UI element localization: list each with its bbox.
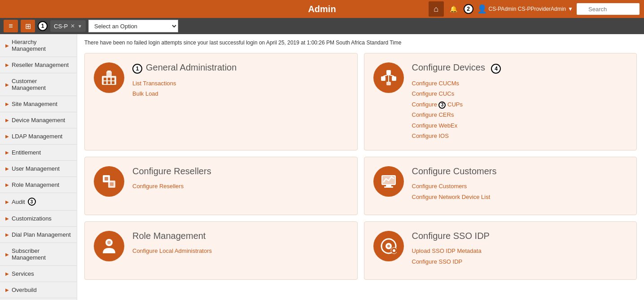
search-input[interactable] <box>577 3 640 15</box>
card-link-configure-webex[interactable]: Configure WebEx <box>412 120 501 131</box>
card-content-general-admin: 1General AdministrationList Transactions… <box>132 62 237 99</box>
sidebar-arrow-icon: ▶ <box>5 150 9 155</box>
svg-rect-2 <box>108 78 110 80</box>
sidebar-item-label: User Management <box>12 165 60 172</box>
user-area: 👤 CS-PAdmin CS-PProviderAdmin ▼ <box>477 4 573 14</box>
sidebar-item-hierarchy-management[interactable]: ▶Hierarchy Management <box>0 34 77 57</box>
sidebar-arrow-icon: ▶ <box>5 287 9 292</box>
sidebar-item-label: LDAP Management <box>12 133 62 140</box>
card-link-configure-cers[interactable]: Configure CERs <box>412 110 501 120</box>
sidebar-arrow-icon: ▶ <box>5 216 9 221</box>
sidebar-item-label: Reseller Management <box>12 62 69 68</box>
sidebar-item-label: Customer Management <box>12 78 71 91</box>
circled-2: 2 <box>464 4 473 14</box>
circled-1-card: 1 <box>132 64 142 74</box>
card-content-configure-resellers: Configure ResellersConfigure Resellers <box>132 166 211 191</box>
svg-rect-3 <box>112 78 114 80</box>
main-layout: ▶Hierarchy Management▶Reseller Managemen… <box>0 34 644 300</box>
card-icon-general-admin <box>94 62 124 93</box>
sidebar-arrow-icon: ▶ <box>5 82 9 87</box>
sidebar-arrow-icon: ▶ <box>5 166 9 171</box>
sidebar-item-label: Customizations <box>12 215 52 222</box>
card-general-admin: 1General AdministrationList Transactions… <box>84 53 358 150</box>
card-link-configure-customers[interactable]: Configure Customers <box>412 181 497 191</box>
sidebar-item-label: Device Management <box>12 117 65 124</box>
card-link-configure-cucs[interactable]: Configure CUCs <box>412 88 501 99</box>
card-title: Configure Resellers <box>132 166 211 176</box>
card-title: Configure Devices 4 <box>412 62 501 74</box>
card-configure-devices: Configure Devices 4Configure CUCMsConfig… <box>364 53 637 150</box>
sidebar-item-customizations[interactable]: ▶Customizations <box>0 211 77 227</box>
sidebar-item-subscriber-management[interactable]: ▶Subscriber Management <box>0 243 77 266</box>
card-icon-role-management <box>94 231 124 261</box>
tag-label: CS-P <box>54 23 68 30</box>
card-title: Configure Customers <box>412 166 497 176</box>
card-link-list-transactions[interactable]: List Transactions <box>132 78 237 88</box>
list-view-button[interactable]: ≡ <box>4 20 18 32</box>
circled-4: 4 <box>491 64 501 74</box>
sidebar-arrow-icon: ▶ <box>5 271 9 276</box>
sidebar-item-device-management[interactable]: ▶Device Management <box>0 112 77 128</box>
sidebar-item-label: Entitlement <box>12 149 41 156</box>
svg-rect-19 <box>110 182 114 186</box>
sidebar-item-label: Hierarchy Management <box>12 39 71 52</box>
tag-close-button[interactable]: ✕ <box>70 23 75 29</box>
card-icon-configure-devices <box>373 62 404 93</box>
user-dropdown-arrow[interactable]: ▼ <box>568 6 573 12</box>
sidebar-item-customer-management[interactable]: ▶Customer Management <box>0 73 77 96</box>
sidebar-item-user-management[interactable]: ▶User Management <box>0 161 77 177</box>
sidebar-item-overbuild[interactable]: ▶Overbuild <box>0 282 77 298</box>
sidebar-item-entitlement[interactable]: ▶Entitlement <box>0 145 77 161</box>
card-link-configure-network-device-list[interactable]: Configure Network Device List <box>412 192 497 202</box>
card-link-configure-ios[interactable]: Configure IOS <box>412 131 501 141</box>
tree-view-button[interactable]: ⊞ <box>21 20 35 32</box>
notification-button[interactable]: 🔔 <box>447 3 460 15</box>
sidebar-item-label: Site Management <box>12 101 57 107</box>
content-area: There have been no failed login attempts… <box>77 34 644 300</box>
sidebar-item-ldap-management[interactable]: ▶LDAP Management <box>0 128 77 145</box>
card-content-configure-customers: Configure CustomersConfigure CustomersCo… <box>412 166 497 202</box>
sidebar-arrow-icon: ▶ <box>5 182 9 187</box>
card-link-bulk-load[interactable]: Bulk Load <box>132 88 237 99</box>
card-link-upload-sso-idp-metadata[interactable]: Upload SSO IDP Metadata <box>412 246 490 256</box>
card-link-configure-sso-idp[interactable]: Configure SSO IDP <box>412 256 490 267</box>
sidebar-arrow-icon: ▶ <box>5 62 9 67</box>
svg-rect-6 <box>112 81 114 84</box>
card-content-role-management: Role ManagementConfigure Local Administr… <box>132 231 212 256</box>
home-button[interactable]: ⌂ <box>429 1 444 17</box>
svg-rect-22 <box>386 185 391 186</box>
user-name: CS-PAdmin <box>489 6 517 12</box>
sidebar-item-reseller-management[interactable]: ▶Reseller Management <box>0 57 77 73</box>
sidebar-item-audit[interactable]: ▶Audit3 <box>0 193 77 211</box>
search-wrapper: 🔍 <box>577 3 640 15</box>
sidebar-arrow-icon: ▶ <box>5 199 9 204</box>
sidebar-arrow-icon: ▶ <box>5 232 9 237</box>
sidebar-item-role-management[interactable]: ▶Role Management <box>0 177 77 193</box>
tag-dropdown-arrow[interactable]: ▼ <box>78 24 82 29</box>
svg-rect-8 <box>107 71 111 72</box>
svg-rect-10 <box>381 76 386 81</box>
sidebar-item-site-management[interactable]: ▶Site Management <box>0 96 77 112</box>
sidebar-item-label: Services <box>12 270 34 277</box>
card-content-configure-sso: Configure SSO IDPUpload SSO IDP Metadata… <box>412 231 490 267</box>
option-select[interactable]: Select an Option <box>88 20 178 32</box>
card-role-management: Role ManagementConfigure Local Administr… <box>84 221 358 280</box>
svg-rect-5 <box>108 81 110 84</box>
svg-rect-9 <box>386 70 391 75</box>
svg-rect-17 <box>105 177 108 181</box>
sidebar-item-services[interactable]: ▶Services <box>0 266 77 282</box>
svg-point-25 <box>107 241 111 244</box>
card-link-configure-cups[interactable]: Configure 3 CUPs <box>412 99 501 110</box>
sidebar-arrow-icon: ▶ <box>5 101 9 106</box>
toolbar-tag: CS-P ✕ ▼ <box>50 20 86 32</box>
card-content-configure-devices: Configure Devices 4Configure CUCMsConfig… <box>412 62 501 141</box>
sidebar-item-dial-plan-management[interactable]: ▶Dial Plan Management <box>0 227 77 243</box>
card-link-configure-cucms[interactable]: Configure CUCMs <box>412 78 501 88</box>
circled-3-cups: 3 <box>438 101 446 109</box>
app-title: Admin <box>308 4 336 14</box>
sidebar-item-administration-tools[interactable]: ▶Administration Tools <box>0 298 77 300</box>
svg-rect-12 <box>386 82 391 85</box>
card-configure-sso: Configure SSO IDPUpload SSO IDP Metadata… <box>364 221 637 280</box>
card-link-configure-resellers[interactable]: Configure Resellers <box>132 181 211 191</box>
card-link-configure-local-administrators[interactable]: Configure Local Administrators <box>132 246 212 256</box>
